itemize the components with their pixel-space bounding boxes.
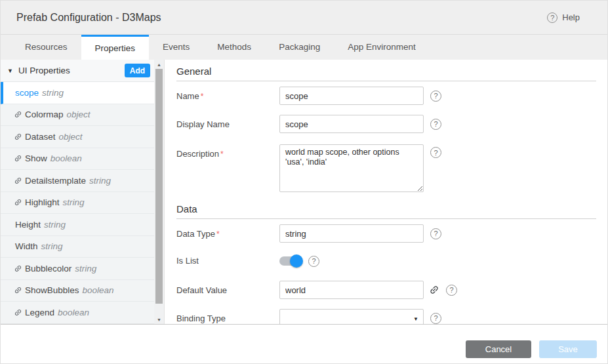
link-icon <box>12 285 24 296</box>
field-help-icon[interactable]: ? <box>446 285 457 296</box>
field-row-default-value: Default Value ? <box>176 281 596 299</box>
property-form: General Name* ? Display Name ? <box>164 60 607 324</box>
tab-events[interactable]: Events <box>149 35 203 60</box>
link-icon <box>12 131 24 142</box>
tab-bar: Resources Properties Events Methods Pack… <box>1 35 607 60</box>
ui-properties-group-header: ▼ UI Properties Add <box>1 60 154 82</box>
title-bar: Prefab Configuration - D3Maps ? Help <box>1 1 607 35</box>
field-row-description: Description* world map scope, other opti… <box>176 144 596 192</box>
tab-app-environment[interactable]: App Environment <box>334 35 430 60</box>
section-title-data: Data <box>176 202 596 219</box>
section-title-general: General <box>176 64 596 81</box>
help-label: Help <box>562 12 580 22</box>
link-icon <box>12 197 24 209</box>
help-circle-icon: ? <box>547 12 557 23</box>
link-icon <box>12 174 24 186</box>
link-icon <box>12 109 24 121</box>
field-row-data-type: Data Type* ? <box>176 224 596 243</box>
dialog-body: ▼ UI Properties Add scope string Colorma… <box>1 60 607 325</box>
properties-list: ▼ UI Properties Add scope string Colorma… <box>1 60 154 324</box>
field-help-icon[interactable]: ? <box>308 256 319 267</box>
required-marker: * <box>216 230 220 239</box>
cancel-button[interactable]: Cancel <box>466 340 531 358</box>
field-label: Description* <box>176 144 279 192</box>
property-item-height[interactable]: Height string <box>1 214 154 236</box>
data-type-input[interactable] <box>279 224 424 243</box>
field-row-is-list: Is List ? <box>176 254 596 268</box>
field-label: Display Name <box>176 115 279 133</box>
properties-sidebar: ▼ UI Properties Add scope string Colorma… <box>1 60 164 324</box>
property-item-highlight[interactable]: Highlight string <box>1 192 154 214</box>
tab-packaging[interactable]: Packaging <box>265 35 334 60</box>
property-item-colormap[interactable]: Colormap object <box>1 104 154 127</box>
required-marker: * <box>201 92 204 101</box>
chevron-down-icon: ▼ <box>413 316 418 322</box>
dialog-title: Prefab Configuration - D3Maps <box>16 12 161 24</box>
prefab-configuration-dialog: Prefab Configuration - D3Maps ? Help Res… <box>0 0 608 364</box>
tab-methods[interactable]: Methods <box>203 35 265 60</box>
is-list-toggle[interactable] <box>279 256 302 266</box>
field-label: Binding Type <box>176 309 279 324</box>
scroll-up-icon[interactable]: ▲ <box>154 60 164 69</box>
save-button[interactable]: Save <box>539 340 597 358</box>
link-icon <box>12 306 24 318</box>
name-input[interactable] <box>279 87 424 105</box>
field-row-display-name: Display Name ? <box>176 115 596 133</box>
property-item-detailstemplate[interactable]: Detailstemplate string <box>1 170 154 192</box>
help-link[interactable]: ? Help <box>547 12 580 23</box>
property-item-legend[interactable]: Legend boolean <box>1 302 154 324</box>
field-label: Name* <box>176 87 279 105</box>
default-value-input[interactable] <box>279 281 424 299</box>
description-textarea[interactable]: world map scope, other options 'usa', 'i… <box>279 144 424 192</box>
property-item-width[interactable]: Width string <box>1 236 154 258</box>
tab-resources[interactable]: Resources <box>11 35 81 60</box>
sidebar-scrollbar[interactable]: ▲ ▼ <box>154 60 164 324</box>
field-label: Default Value <box>176 281 279 299</box>
field-help-icon[interactable]: ? <box>430 228 441 239</box>
field-row-name: Name* ? <box>176 87 596 105</box>
bind-property-icon[interactable] <box>429 285 439 295</box>
tab-properties[interactable]: Properties <box>81 35 150 60</box>
scroll-down-icon[interactable]: ▼ <box>154 315 164 324</box>
link-icon <box>12 262 24 274</box>
property-item-show[interactable]: Show boolean <box>1 148 154 171</box>
required-marker: * <box>220 150 224 159</box>
group-label: UI Properties <box>18 66 70 75</box>
binding-type-select[interactable]: ▼ <box>279 309 424 324</box>
property-item-bubblecolor[interactable]: Bubblecolor string <box>1 258 154 280</box>
link-icon <box>12 153 24 165</box>
collapse-caret-icon[interactable]: ▼ <box>7 68 13 74</box>
display-name-input[interactable] <box>279 115 424 133</box>
dialog-footer: Cancel Save <box>1 325 607 364</box>
toggle-knob <box>290 254 303 268</box>
property-item-showbubbles[interactable]: ShowBubbles boolean <box>1 280 154 302</box>
field-help-icon[interactable]: ? <box>430 91 441 102</box>
field-help-icon[interactable]: ? <box>430 119 441 130</box>
field-row-binding-type: Binding Type ▼ ? <box>176 309 596 324</box>
property-item-scope[interactable]: scope string <box>1 82 154 104</box>
add-property-button[interactable]: Add <box>125 64 150 77</box>
property-item-dataset[interactable]: Dataset object <box>1 126 154 148</box>
field-label: Is List <box>176 254 279 268</box>
scrollbar-thumb[interactable] <box>155 69 163 304</box>
field-help-icon[interactable]: ? <box>430 147 441 158</box>
field-help-icon[interactable]: ? <box>430 313 441 324</box>
field-label: Data Type* <box>176 224 279 243</box>
